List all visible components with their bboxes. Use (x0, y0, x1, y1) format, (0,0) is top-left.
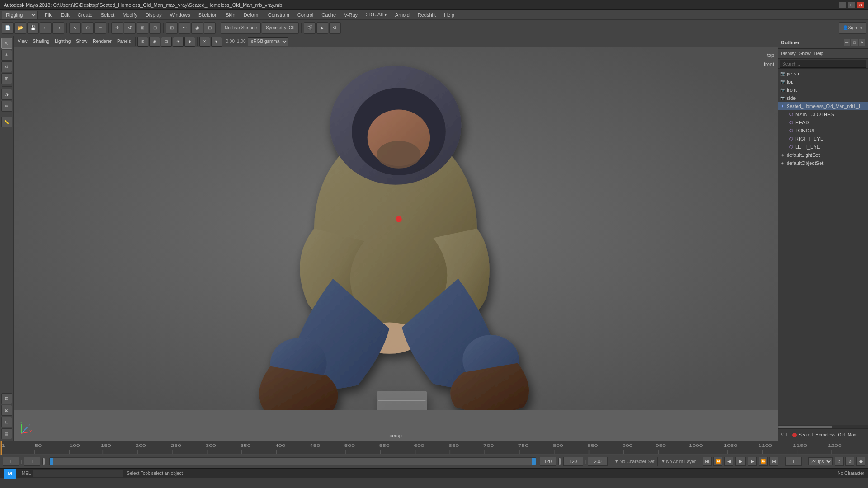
menu-constrain[interactable]: Constrain (264, 11, 293, 19)
measure-btn[interactable]: 📏 (1, 117, 12, 127)
current-frame-input[interactable] (3, 457, 19, 466)
restore-button[interactable]: □ (848, 2, 855, 8)
outliner-minimize-btn[interactable]: ─ (844, 39, 850, 46)
outliner-close-btn[interactable]: ✕ (859, 39, 865, 46)
menu-3dtoall[interactable]: 3DToAll ▾ (362, 11, 391, 19)
panels-menu[interactable]: Panels (115, 38, 133, 44)
layout3-btn[interactable]: ⊡ (1, 417, 12, 427)
use-defaults-btn[interactable]: ◆ (184, 37, 195, 47)
open-scene-btn[interactable]: 📂 (14, 22, 26, 34)
gamma-dropdown[interactable]: sRGB gamma Linear (248, 37, 288, 46)
outliner-show-menu[interactable]: Show (799, 51, 811, 56)
select-tool-btn[interactable]: ↖ (69, 22, 81, 34)
tree-item-main-clothes[interactable]: ⬡ MAIN_CLOTHES (778, 110, 868, 118)
save-scene-btn[interactable]: 💾 (27, 22, 39, 34)
timeline-range-handle-right[interactable] (532, 458, 536, 465)
prev-key-btn[interactable]: ⏪ (713, 457, 722, 466)
move-tool-left-btn[interactable]: ✛ (1, 50, 12, 61)
tree-item-left-eye[interactable]: ⬡ LEFT_EYE (778, 143, 868, 151)
timeline-ruler[interactable]: 1 50 100 150 200 250 300 350 400 450 500… (0, 441, 868, 455)
timeline-range-bar[interactable] (49, 457, 536, 465)
tree-item-root[interactable]: ✦ Seated_Homeless_Old_Man_ndt1_1 (778, 102, 868, 110)
minimize-button[interactable]: ─ (839, 2, 846, 8)
rotate-tool-left-btn[interactable]: ↺ (1, 61, 12, 72)
shading-menu[interactable]: Shading (31, 38, 52, 44)
xray-btn[interactable]: ✕ (199, 37, 210, 47)
layout2-btn[interactable]: ⊠ (1, 405, 12, 416)
total-end-input[interactable] (588, 457, 608, 466)
tree-item-object-set[interactable]: ◈ defaultObjectSet (778, 159, 868, 167)
play-stop-btn[interactable]: ▶ (735, 457, 746, 466)
mode-dropdown[interactable]: Rigging Animation Modeling (2, 11, 38, 19)
snap-view-btn[interactable]: ⊡ (204, 22, 216, 34)
menu-arnold[interactable]: Arnold (392, 11, 413, 19)
layout1-btn[interactable]: ⊟ (1, 393, 12, 404)
menu-windows[interactable]: Windows (166, 11, 194, 19)
play-start-btn[interactable]: ⏮ (703, 457, 712, 466)
tree-item-persp[interactable]: 📷 persp (778, 70, 868, 78)
range-end-input[interactable] (540, 457, 556, 466)
outliner-display-menu[interactable]: Display (781, 51, 796, 56)
outliner-restore-btn[interactable]: □ (851, 39, 858, 46)
next-frame-btn[interactable]: ▶ (748, 457, 757, 466)
render-settings-btn[interactable]: ⚙ (329, 22, 341, 34)
show-menu[interactable]: Show (74, 38, 90, 44)
paint-tool-btn[interactable]: ✏ (94, 22, 106, 34)
tree-item-light-set[interactable]: ◈ defaultLightSet (778, 151, 868, 159)
fps-dropdown[interactable]: 24 fps 30 fps 60 fps (808, 457, 833, 465)
undo-btn[interactable]: ↩ (40, 22, 52, 34)
renderer-menu[interactable]: Renderer (90, 38, 114, 44)
sculpt-btn[interactable]: ✏ (1, 101, 12, 112)
menu-skeleton[interactable]: Skeleton (194, 11, 221, 19)
view-menu[interactable]: View (15, 38, 30, 44)
snap-grid-btn[interactable]: ⊞ (166, 22, 178, 34)
outliner-tree[interactable]: 📷 persp 📷 top 📷 front 📷 side ✦ Seated_Ho (778, 69, 868, 425)
soft-mod-btn[interactable]: ◑ (1, 89, 12, 100)
new-scene-btn[interactable]: 📄 (2, 22, 14, 34)
menu-modify[interactable]: Modify (119, 11, 141, 19)
wireframe-btn[interactable]: ⊞ (137, 37, 148, 47)
timeline-range-handle-left[interactable] (50, 458, 53, 465)
outliner-search-input[interactable] (780, 60, 866, 68)
close-button[interactable]: ✕ (857, 2, 864, 8)
transform-tool-btn[interactable]: ⊡ (149, 22, 161, 34)
symmetry-btn[interactable]: Symmetry: Off (262, 22, 299, 34)
menu-control[interactable]: Control (294, 11, 317, 19)
smooth-btn[interactable]: ◉ (149, 37, 160, 47)
mel-input[interactable] (33, 470, 123, 477)
all-lights-btn[interactable]: ☀ (173, 37, 184, 47)
menu-cache[interactable]: Cache (318, 11, 340, 19)
menu-vray[interactable]: V-Ray (340, 11, 361, 19)
playback-settings-btn[interactable]: ⚙ (845, 457, 854, 466)
menu-help[interactable]: Help (440, 11, 458, 19)
live-surface-btn[interactable]: No Live Surface (221, 22, 261, 34)
selection-tool-btn[interactable]: ↖ (1, 38, 12, 49)
lasso-tool-btn[interactable]: ⊙ (82, 22, 94, 34)
tree-item-tongue[interactable]: ⬡ TONGUE (778, 127, 868, 135)
menu-display[interactable]: Display (142, 11, 165, 19)
menu-select[interactable]: Select (97, 11, 118, 19)
menu-edit[interactable]: Edit (57, 11, 73, 19)
textured-btn[interactable]: ⊡ (161, 37, 172, 47)
layout4-btn[interactable]: ▤ (1, 428, 12, 439)
redo-btn[interactable]: ↪ (52, 22, 64, 34)
snap-point-btn[interactable]: ◉ (191, 22, 203, 34)
lighting-menu[interactable]: Lighting (52, 38, 73, 44)
3d-viewport[interactable]: top front persp Z X Y (14, 47, 778, 441)
anim-end-input[interactable] (563, 457, 583, 466)
snap-curve-btn[interactable]: 〜 (179, 22, 190, 34)
loop-btn[interactable]: ↺ (835, 457, 844, 466)
menu-create[interactable]: Create (74, 11, 96, 19)
frame-indicator-right[interactable] (785, 457, 802, 466)
sign-in-btn[interactable]: 👤 Sign In (839, 22, 866, 34)
render-current-btn[interactable]: 🎬 (304, 22, 316, 34)
shadow-btn[interactable]: ▼ (211, 37, 222, 47)
ipr-render-btn[interactable]: ▶ (316, 22, 328, 34)
menu-skin[interactable]: Skin (222, 11, 239, 19)
next-key-btn[interactable]: ⏩ (759, 457, 768, 466)
tree-item-head[interactable]: ⬡ HEAD (778, 118, 868, 127)
tree-item-top[interactable]: 📷 top (778, 78, 868, 86)
menu-redshift[interactable]: Redshift (414, 11, 439, 19)
tree-item-side[interactable]: 📷 side (778, 94, 868, 102)
range-start-input[interactable] (24, 457, 40, 466)
